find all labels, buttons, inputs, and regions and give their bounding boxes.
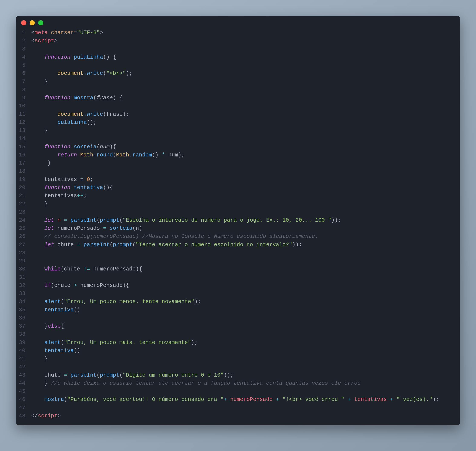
code-line[interactable]: 48</script> [16, 412, 460, 420]
code-line[interactable]: 4 function pulaLinha() { [16, 53, 460, 61]
code-content[interactable]: function pulaLinha() { [31, 53, 460, 61]
code-line[interactable]: 26 // console.log(numeroPensado) //Mostr… [16, 232, 460, 241]
code-content[interactable]: return Math.round(Math.random() * num); [31, 151, 460, 159]
code-line[interactable]: 28 [16, 249, 460, 257]
code-content[interactable]: tentativas = 0; [31, 176, 460, 184]
code-content[interactable] [31, 208, 460, 216]
code-line[interactable]: 45 [16, 388, 460, 395]
code-content[interactable]: tentativa() [31, 347, 460, 355]
code-line[interactable]: 34 alert("Errou, Um pouco menos. tente n… [16, 298, 460, 306]
code-line[interactable]: 33 [16, 290, 460, 298]
code-content[interactable]: alert("Errou, Um pouco menos. tente nova… [31, 298, 460, 306]
code-line[interactable]: 47 [16, 404, 460, 412]
code-line[interactable]: 32 if(chute > numeroPensado){ [16, 282, 460, 290]
code-line[interactable]: 19 tentativas = 0; [16, 176, 460, 184]
code-content[interactable]: pulaLinha(); [31, 119, 460, 127]
code-content[interactable] [31, 167, 460, 175]
code-content[interactable] [31, 330, 460, 338]
code-line[interactable]: 23 [16, 208, 460, 216]
code-line[interactable]: 21 tentativas++; [16, 192, 460, 200]
maximize-icon[interactable] [38, 20, 43, 25]
code-line[interactable]: 46 mostra("Parabéns, você acertou!! O nú… [16, 395, 460, 404]
code-editor[interactable]: 1<meta charset="UTF-8">2<script>3 4 func… [16, 27, 460, 425]
code-line[interactable]: 27 let chute = parseInt(prompt("Tente ac… [16, 241, 460, 249]
code-line[interactable]: 30 while(chute != numeroPensado){ [16, 265, 460, 273]
code-content[interactable] [31, 61, 460, 69]
close-icon[interactable] [21, 20, 26, 25]
code-content[interactable]: } [31, 200, 460, 208]
code-line[interactable]: 8 [16, 86, 460, 94]
code-content[interactable] [31, 86, 460, 94]
code-content[interactable]: let n = parseInt(prompt("Escolha o inter… [31, 216, 460, 225]
code-line[interactable]: 24 let n = parseInt(prompt("Escolha o in… [16, 216, 460, 225]
code-content[interactable] [31, 314, 460, 322]
code-line[interactable]: 16 return Math.round(Math.random() * num… [16, 151, 460, 159]
code-content[interactable] [31, 135, 460, 143]
code-content[interactable]: </script> [31, 412, 460, 420]
code-content[interactable]: <script> [31, 37, 460, 45]
code-line[interactable]: 36 [16, 314, 460, 322]
code-content[interactable]: mostra("Parabéns, você acertou!! O númer… [31, 395, 460, 404]
code-line[interactable]: 40 tentativa() [16, 347, 460, 355]
code-content[interactable]: if(chute > numeroPensado){ [31, 282, 460, 290]
code-content[interactable]: // console.log(numeroPensado) //Mostra n… [31, 232, 460, 241]
code-line[interactable]: 25 let numeroPensado = sorteia(n) [16, 225, 460, 232]
code-line[interactable]: 7 } [16, 78, 460, 86]
code-content[interactable]: tentativas++; [31, 192, 460, 200]
code-content[interactable] [31, 273, 460, 282]
code-line[interactable]: 13 } [16, 127, 460, 135]
code-line[interactable]: 11 document.write(frase); [16, 110, 460, 119]
code-line[interactable]: 14 [16, 135, 460, 143]
code-content[interactable] [31, 363, 460, 371]
code-line[interactable]: 44 } //o while deixa o usuario tentar at… [16, 379, 460, 388]
code-line[interactable]: 5 [16, 61, 460, 69]
code-content[interactable] [31, 45, 460, 53]
code-content[interactable]: }else{ [31, 322, 460, 330]
code-line[interactable]: 3 [16, 45, 460, 53]
code-content[interactable]: let numeroPensado = sorteia(n) [31, 225, 460, 232]
code-line[interactable]: 9 function mostra(frase) { [16, 94, 460, 102]
code-content[interactable] [31, 249, 460, 257]
code-line[interactable]: 18 [16, 167, 460, 175]
code-content[interactable]: tentativa() [31, 306, 460, 314]
code-line[interactable]: 2<script> [16, 37, 460, 45]
code-content[interactable]: alert("Errou, Um pouco mais. tente novam… [31, 339, 460, 347]
code-line[interactable]: 29 [16, 257, 460, 265]
code-content[interactable]: function tentativa(){ [31, 184, 460, 192]
code-content[interactable]: document.write("<br>"); [31, 69, 460, 78]
code-content[interactable]: function mostra(frase) { [31, 94, 460, 102]
code-line[interactable]: 38 [16, 330, 460, 338]
code-line[interactable]: 41 } [16, 355, 460, 363]
code-content[interactable] [31, 257, 460, 265]
code-content[interactable]: <meta charset="UTF-8"> [31, 29, 460, 37]
code-content[interactable] [31, 290, 460, 298]
code-line[interactable]: 35 tentativa() [16, 306, 460, 314]
code-line[interactable]: 31 [16, 273, 460, 282]
code-content[interactable] [31, 388, 460, 395]
code-line[interactable]: 42 [16, 363, 460, 371]
code-line[interactable]: 15 function sorteia(num){ [16, 143, 460, 151]
code-content[interactable]: } [31, 159, 460, 167]
code-content[interactable]: chute = parseInt(prompt("Digite um númer… [31, 371, 460, 379]
code-line[interactable]: 12 pulaLinha(); [16, 119, 460, 127]
code-line[interactable]: 1<meta charset="UTF-8"> [16, 29, 460, 37]
code-content[interactable] [31, 404, 460, 412]
code-line[interactable]: 20 function tentativa(){ [16, 184, 460, 192]
code-line[interactable]: 10 [16, 102, 460, 110]
code-line[interactable]: 22 } [16, 200, 460, 208]
minimize-icon[interactable] [30, 20, 35, 25]
code-content[interactable]: function sorteia(num){ [31, 143, 460, 151]
code-line[interactable]: 37 }else{ [16, 322, 460, 330]
code-line[interactable]: 39 alert("Errou, Um pouco mais. tente no… [16, 339, 460, 347]
code-content[interactable]: } [31, 127, 460, 135]
code-content[interactable]: } [31, 355, 460, 363]
code-line[interactable]: 17 } [16, 159, 460, 167]
code-line[interactable]: 6 document.write("<br>"); [16, 69, 460, 78]
code-content[interactable]: } //o while deixa o usuario tentar até a… [31, 379, 460, 388]
code-content[interactable]: document.write(frase); [31, 110, 460, 119]
code-content[interactable] [31, 102, 460, 110]
code-content[interactable]: } [31, 78, 460, 86]
code-line[interactable]: 43 chute = parseInt(prompt("Digite um nú… [16, 371, 460, 379]
code-content[interactable]: while(chute != numeroPensado){ [31, 265, 460, 273]
code-content[interactable]: let chute = parseInt(prompt("Tente acert… [31, 241, 460, 249]
